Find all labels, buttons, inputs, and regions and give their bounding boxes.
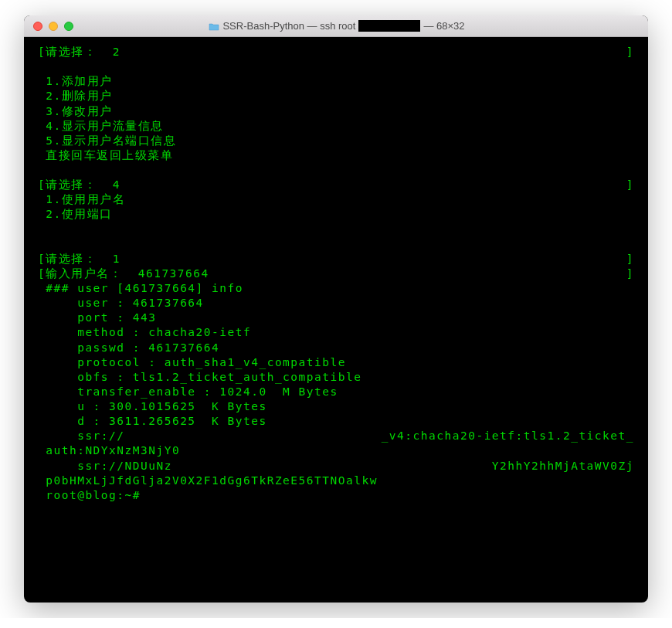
terminal-body[interactable]: [请选择： 2] 1.添加用户 2.删除用户 3.修改用户 4.显示用户流量信息… (24, 37, 648, 511)
redacted-host: . (358, 20, 420, 32)
terminal-line: transfer_enable : 1024.0 M Bytes (38, 385, 634, 399)
terminal-line: u : 300.1015625 K Bytes (38, 399, 634, 414)
terminal-line (38, 237, 634, 252)
terminal-line: passwd : 461737664 (38, 341, 634, 355)
terminal-line (38, 222, 634, 237)
terminal-line: ### user [461737664] info (38, 281, 634, 296)
title-suffix: — 68×32 (423, 20, 464, 32)
title-bar: SSR-Bash-Python — ssh root. — 68×32 (24, 15, 648, 37)
terminal-line: 2.删除用户 (38, 89, 634, 104)
terminal-line: [请选择： 2] (38, 45, 634, 59)
terminal-line: 4.显示用户流量信息 (38, 119, 634, 134)
terminal-line: user : 461737664 (38, 296, 634, 311)
terminal-line: protocol : auth_sha1_v4_compatible (38, 355, 634, 370)
terminal-line: 2.使用端口 (38, 207, 634, 222)
terminal-line: 1.使用用户名 (38, 192, 634, 207)
terminal-line: p0bHMxLjJfdGlja2V0X2F1dGg6TkRZeE56TTNOal… (38, 474, 634, 488)
terminal-line: 3.修改用户 (38, 104, 634, 119)
title-prefix: SSR-Bash-Python — ssh root (222, 20, 355, 32)
terminal-line: d : 3611.265625 K Bytes (38, 414, 634, 429)
terminal-line: method : chacha20-ietf (38, 325, 634, 340)
terminal-line: [输入用户名： 461737664] (38, 266, 634, 281)
terminal-line: [请选择： 4] (38, 178, 634, 192)
terminal-line: ssr://_v4:chacha20-ietf:tls1.2_ticket_ (38, 429, 634, 443)
terminal-line: [请选择： 1] (38, 252, 634, 266)
terminal-line: 5.显示用户名端口信息 (38, 134, 634, 148)
window-title: SSR-Bash-Python — ssh root. — 68×32 (35, 20, 639, 32)
terminal-line: port : 443 (38, 311, 634, 325)
terminal-window: SSR-Bash-Python — ssh root. — 68×32 [请选择… (24, 15, 648, 603)
terminal-line (38, 163, 634, 178)
terminal-line: obfs : tls1.2_ticket_auth_compatible (38, 370, 634, 385)
terminal-line: 1.添加用户 (38, 74, 634, 89)
terminal-line: auth:NDYxNzM3NjY0 (38, 443, 634, 458)
terminal-line (38, 59, 634, 74)
terminal-line: 直接回车返回上级菜单 (38, 148, 634, 163)
folder-icon (209, 22, 219, 30)
terminal-prompt: root@blog:~# (38, 488, 634, 503)
terminal-line: ssr://NDUuNzY2hhY2hhMjAtaWV0Zj (38, 459, 634, 474)
